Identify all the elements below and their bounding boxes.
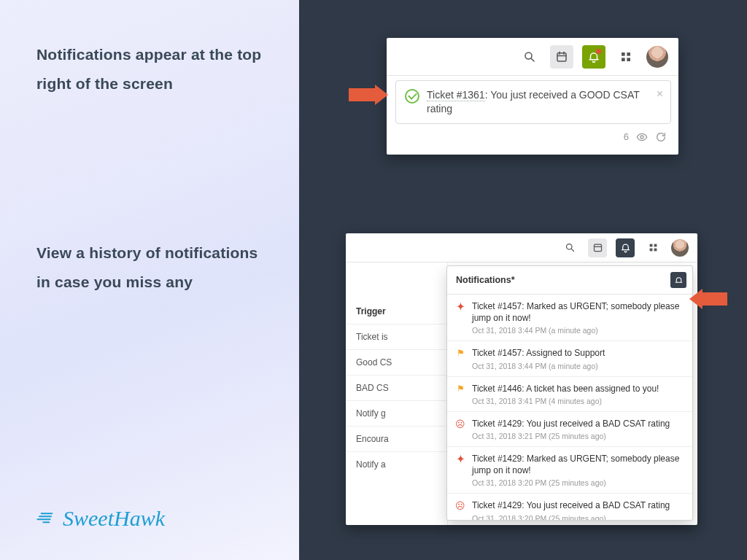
svg-rect-13 bbox=[594, 244, 601, 251]
calendar-icon[interactable] bbox=[550, 45, 573, 69]
headline-2: View a history of notifications in case … bbox=[36, 238, 270, 297]
svg-rect-7 bbox=[627, 52, 630, 56]
screenshot-history: Trigger Ticket isGood CSBAD CSNotify gEn… bbox=[346, 233, 697, 525]
notification-item[interactable]: ⚑Ticket #1457: Assigned to SupportOct 31… bbox=[447, 341, 692, 376]
bell-icon[interactable] bbox=[582, 45, 605, 69]
apps-icon[interactable] bbox=[614, 45, 638, 69]
flag-icon: ⚑ bbox=[457, 384, 465, 405]
brand-text: SweetHawk bbox=[63, 506, 165, 531]
trigger-row[interactable]: Ticket is bbox=[346, 324, 447, 349]
notification-time: Oct 31, 2018 3:20 PM (25 minutes ago) bbox=[472, 514, 685, 521]
trigger-row[interactable]: Encoura bbox=[346, 426, 447, 451]
notification-item[interactable]: ☹Ticket #1429: You just received a BAD C… bbox=[447, 412, 692, 447]
trigger-row[interactable]: Notify a bbox=[346, 451, 447, 477]
topbar bbox=[346, 233, 697, 262]
brand-logo: SweetHawk bbox=[36, 506, 165, 531]
headline-1: Notifications appear at the top right of… bbox=[36, 40, 270, 98]
notification-message: Ticket #1429: You just received a BAD CS… bbox=[472, 418, 685, 429]
sad-icon: ☹ bbox=[455, 500, 465, 521]
notification-message: Ticket #1446: A ticket has been assigned… bbox=[472, 383, 685, 394]
toast-footer: 6 bbox=[387, 124, 678, 143]
eye-icon[interactable] bbox=[636, 131, 648, 143]
topbar bbox=[387, 38, 678, 76]
trigger-row[interactable]: Notify g bbox=[346, 400, 447, 426]
calendar-icon[interactable] bbox=[588, 238, 607, 257]
notification-message: Ticket #1457: Marked as URGENT; somebody… bbox=[472, 300, 685, 324]
check-icon bbox=[405, 89, 419, 104]
notifications-header: Notifications* bbox=[447, 266, 692, 295]
svg-rect-15 bbox=[649, 244, 652, 247]
bolt-icon: ✦ bbox=[457, 301, 465, 335]
right-panel: Ticket #1361: You just received a GOOD C… bbox=[299, 0, 747, 560]
notification-item[interactable]: ☹Ticket #1429: You just received a BAD C… bbox=[447, 494, 692, 521]
callout-arrow-1 bbox=[349, 85, 388, 105]
notification-time: Oct 31, 2018 3:20 PM (25 minutes ago) bbox=[472, 478, 685, 487]
svg-rect-17 bbox=[649, 249, 652, 252]
svg-rect-8 bbox=[622, 58, 625, 61]
svg-point-11 bbox=[566, 244, 572, 250]
notification-item[interactable]: ✦Ticket #1457: Marked as URGENT; somebod… bbox=[447, 295, 692, 341]
sad-icon: ☹ bbox=[455, 419, 465, 440]
svg-line-1 bbox=[531, 58, 534, 61]
refresh-icon[interactable] bbox=[655, 131, 667, 143]
notification-badge bbox=[595, 48, 602, 55]
notifications-list: ✦Ticket #1457: Marked as URGENT; somebod… bbox=[447, 295, 692, 521]
notification-item[interactable]: ✦Ticket #1429: Marked as URGENT; somebod… bbox=[447, 447, 692, 494]
search-icon[interactable] bbox=[560, 238, 579, 257]
notification-message: Ticket #1429: Marked as URGENT; somebody… bbox=[472, 453, 685, 476]
toast-ticket-link[interactable]: Ticket #1361 bbox=[427, 89, 485, 101]
avatar[interactable] bbox=[646, 46, 668, 68]
left-panel: Notifications appear at the top right of… bbox=[0, 0, 299, 560]
trigger-row[interactable]: BAD CS bbox=[346, 375, 447, 400]
notification-time: Oct 31, 2018 3:44 PM (a minute ago) bbox=[472, 326, 685, 335]
search-icon[interactable] bbox=[518, 45, 541, 69]
svg-rect-6 bbox=[622, 52, 625, 56]
trigger-row[interactable]: Good CS bbox=[346, 349, 447, 375]
notification-item[interactable]: ⚑Ticket #1446: A ticket has been assigne… bbox=[447, 377, 692, 412]
notifications-title: Notifications* bbox=[456, 275, 515, 285]
svg-rect-9 bbox=[627, 58, 630, 61]
notification-time: Oct 31, 2018 3:41 PM (4 minutes ago) bbox=[472, 397, 685, 405]
svg-point-10 bbox=[640, 136, 643, 139]
svg-rect-18 bbox=[654, 249, 657, 252]
flag-icon: ⚑ bbox=[457, 348, 465, 370]
trigger-column: Trigger Ticket isGood CSBAD CSNotify gEn… bbox=[346, 262, 448, 525]
notification-toast[interactable]: Ticket #1361: You just received a GOOD C… bbox=[395, 80, 671, 124]
svg-line-12 bbox=[571, 249, 573, 251]
notification-time: Oct 31, 2018 3:21 PM (25 minutes ago) bbox=[472, 432, 685, 440]
notification-time: Oct 31, 2018 3:44 PM (a minute ago) bbox=[472, 362, 685, 370]
toast-text: Ticket #1361: You just received a GOOD C… bbox=[427, 88, 650, 116]
footer-count: 6 bbox=[624, 131, 629, 142]
bell-icon[interactable] bbox=[670, 272, 686, 288]
wing-icon bbox=[36, 510, 60, 527]
screenshot-toast: Ticket #1361: You just received a GOOD C… bbox=[387, 38, 678, 155]
svg-rect-16 bbox=[654, 244, 657, 247]
trigger-header: Trigger bbox=[346, 262, 447, 324]
apps-icon[interactable] bbox=[643, 238, 662, 257]
svg-rect-2 bbox=[557, 52, 566, 61]
notifications-popup: Notifications* ✦Ticket #1457: Marked as … bbox=[446, 265, 693, 521]
svg-point-0 bbox=[525, 52, 532, 59]
notification-message: Ticket #1429: You just received a BAD CS… bbox=[472, 499, 685, 511]
callout-arrow-2 bbox=[689, 289, 727, 309]
avatar[interactable] bbox=[671, 239, 689, 257]
bolt-icon: ✦ bbox=[457, 454, 465, 487]
bell-icon[interactable] bbox=[616, 238, 635, 257]
close-icon[interactable]: × bbox=[657, 88, 663, 100]
notification-message: Ticket #1457: Assigned to Support bbox=[472, 347, 685, 359]
